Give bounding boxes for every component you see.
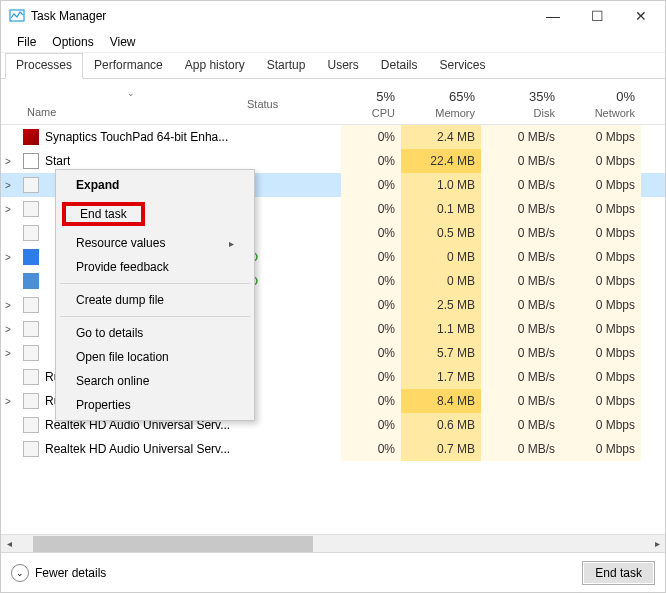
memory-cell: 0.1 MB <box>401 197 481 221</box>
status-cell <box>241 293 341 317</box>
horizontal-scrollbar[interactable]: ◂ ▸ <box>1 534 665 552</box>
cpu-cell: 0% <box>341 197 401 221</box>
tab-services[interactable]: Services <box>429 53 497 79</box>
menu-options[interactable]: Options <box>44 33 101 51</box>
maximize-button[interactable]: ☐ <box>575 2 619 30</box>
cpu-cell: 0% <box>341 389 401 413</box>
cpu-cell: 0% <box>341 245 401 269</box>
fewer-details-button[interactable]: ⌄ Fewer details <box>11 564 106 582</box>
status-cell <box>241 317 341 341</box>
scrollbar-thumb[interactable] <box>33 536 313 552</box>
network-cell: 0 Mbps <box>561 269 641 293</box>
column-name[interactable]: Name <box>21 101 241 123</box>
end-task-button[interactable]: End task <box>582 561 655 585</box>
expand-icon[interactable]: > <box>1 180 15 191</box>
scroll-right-icon[interactable]: ▸ <box>649 535 665 551</box>
menu-item-open-file-location[interactable]: Open file location <box>58 345 252 369</box>
tabs: Processes Performance App history Startu… <box>1 53 665 79</box>
status-cell <box>241 413 341 437</box>
menu-item-properties[interactable]: Properties <box>58 393 252 417</box>
network-cell: 0 Mbps <box>561 365 641 389</box>
memory-cell: 8.4 MB <box>401 389 481 413</box>
column-status[interactable]: Status <box>241 93 341 115</box>
status-cell <box>241 341 341 365</box>
column-network[interactable]: 0% Network <box>561 85 641 124</box>
close-button[interactable]: ✕ <box>619 2 663 30</box>
cpu-cell: 0% <box>341 341 401 365</box>
process-icon <box>23 249 39 265</box>
network-cell: 0 Mbps <box>561 245 641 269</box>
menu-view[interactable]: View <box>102 33 144 51</box>
table-row[interactable]: Synaptics TouchPad 64-bit Enha...0%2.4 M… <box>1 125 665 149</box>
process-icon <box>23 225 39 241</box>
highlighted-end-task: End task <box>62 202 145 226</box>
menu-item-end-task[interactable]: End task <box>58 197 252 231</box>
memory-cell: 2.4 MB <box>401 125 481 149</box>
cpu-cell: 0% <box>341 365 401 389</box>
cpu-cell: 0% <box>341 413 401 437</box>
footer: ⌄ Fewer details End task <box>1 552 665 592</box>
menu-file[interactable]: File <box>9 33 44 51</box>
expand-icon[interactable]: > <box>1 204 15 215</box>
expand-icon[interactable]: > <box>1 324 15 335</box>
column-memory[interactable]: 65% Memory <box>401 85 481 124</box>
process-name-cell: Realtek HD Audio Universal Serv... <box>21 441 241 457</box>
tab-performance[interactable]: Performance <box>83 53 174 79</box>
memory-cell: 2.5 MB <box>401 293 481 317</box>
disk-cell: 0 MB/s <box>481 317 561 341</box>
disk-cell: 0 MB/s <box>481 173 561 197</box>
network-cell: 0 Mbps <box>561 197 641 221</box>
cpu-cell: 0% <box>341 293 401 317</box>
menu-separator <box>60 283 250 284</box>
expand-icon[interactable]: > <box>1 252 15 263</box>
cpu-cell: 0% <box>341 173 401 197</box>
memory-cell: 5.7 MB <box>401 341 481 365</box>
network-cell: 0 Mbps <box>561 293 641 317</box>
status-cell <box>241 125 341 149</box>
menu-item-create-dump-file[interactable]: Create dump file <box>58 288 252 312</box>
status-cell <box>241 437 341 461</box>
expand-icon[interactable]: > <box>1 396 15 407</box>
titlebar: Task Manager — ☐ ✕ <box>1 1 665 31</box>
status-cell <box>241 221 341 245</box>
disk-cell: 0 MB/s <box>481 341 561 365</box>
menu-item-search-online[interactable]: Search online <box>58 369 252 393</box>
tab-processes[interactable]: Processes <box>5 53 83 79</box>
disk-cell: 0 MB/s <box>481 197 561 221</box>
menu-item-go-to-details[interactable]: Go to details <box>58 321 252 345</box>
column-disk[interactable]: 35% Disk <box>481 85 561 124</box>
status-cell <box>241 269 341 293</box>
disk-cell: 0 MB/s <box>481 269 561 293</box>
table-row[interactable]: Realtek HD Audio Universal Serv...0%0.7 … <box>1 437 665 461</box>
process-icon <box>23 153 39 169</box>
status-cell <box>241 245 341 269</box>
column-cpu[interactable]: 5% CPU <box>341 85 401 124</box>
status-cell <box>241 389 341 413</box>
memory-cell: 0.6 MB <box>401 413 481 437</box>
chevron-down-icon: ⌄ <box>11 564 29 582</box>
network-cell: 0 Mbps <box>561 149 641 173</box>
menu-item-provide-feedback[interactable]: Provide feedback <box>58 255 252 279</box>
scroll-left-icon[interactable]: ◂ <box>1 535 17 551</box>
memory-cell: 1.0 MB <box>401 173 481 197</box>
menu-item-expand[interactable]: Expand <box>58 173 252 197</box>
network-cell: 0 Mbps <box>561 317 641 341</box>
tab-app-history[interactable]: App history <box>174 53 256 79</box>
network-cell: 0 Mbps <box>561 173 641 197</box>
menu-item-resource-values[interactable]: Resource values <box>58 231 252 255</box>
disk-cell: 0 MB/s <box>481 437 561 461</box>
tab-details[interactable]: Details <box>370 53 429 79</box>
expand-icon[interactable]: > <box>1 348 15 359</box>
task-manager-window: Task Manager — ☐ ✕ File Options View Pro… <box>0 0 666 593</box>
network-cell: 0 Mbps <box>561 437 641 461</box>
expand-icon[interactable]: > <box>1 156 15 167</box>
window-title: Task Manager <box>31 9 531 23</box>
expand-icon[interactable]: > <box>1 300 15 311</box>
status-cell <box>241 149 341 173</box>
tab-startup[interactable]: Startup <box>256 53 317 79</box>
tab-users[interactable]: Users <box>316 53 369 79</box>
minimize-button[interactable]: — <box>531 2 575 30</box>
sort-icon[interactable]: ⌄ <box>21 85 241 101</box>
process-list: ExpandEnd taskResource valuesProvide fee… <box>1 125 665 534</box>
memory-cell: 22.4 MB <box>401 149 481 173</box>
